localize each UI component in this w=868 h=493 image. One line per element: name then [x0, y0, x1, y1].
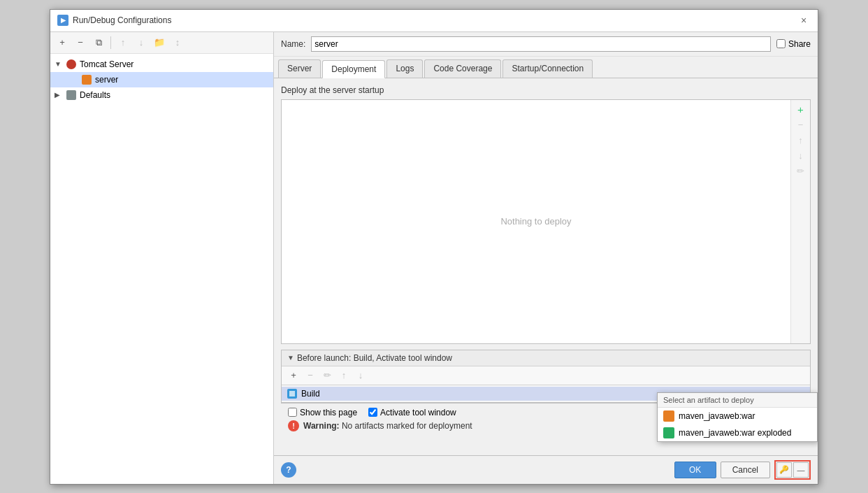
dialog-icon: ▶	[57, 15, 68, 26]
empty-label: Nothing to deploy	[500, 216, 571, 227]
toolbar-separator	[110, 36, 111, 49]
dropdown-item-war[interactable]: maven_javaweb:war	[658, 408, 817, 424]
name-bar: Name: Share	[274, 32, 818, 57]
sidebar-toolbar: + − ⧉ ↑ ↓ 📁 ↕	[50, 32, 273, 54]
name-label: Name:	[281, 39, 305, 49]
sort-button[interactable]: ↕	[170, 35, 185, 50]
run-debug-dialog: ▶ Run/Debug Configurations × + − ⧉ ↑ ↓ 📁…	[50, 9, 818, 485]
deploy-up-button[interactable]: ↑	[794, 134, 808, 148]
remove-config-button[interactable]: −	[73, 35, 88, 50]
before-launch-toolbar: + − ✏ ↑ ↓	[282, 366, 810, 385]
move-up-button[interactable]: ↑	[115, 35, 131, 50]
svg-rect-0	[289, 391, 295, 396]
deploy-list-empty: Nothing to deploy	[282, 100, 790, 343]
tabs-bar: Server Deployment Logs Code Coverage Sta…	[274, 57, 818, 78]
defaults-icon	[66, 90, 77, 101]
deploy-section-label: Deploy at the server startup	[281, 85, 811, 95]
before-launch-label: Before launch: Build, Activate tool wind…	[297, 353, 452, 363]
chevron-down-icon: ▼	[55, 60, 64, 68]
deploy-edit-button[interactable]: ✏	[794, 164, 808, 178]
sidebar: + − ⧉ ↑ ↓ 📁 ↕ ▼ Tomcat Server	[50, 32, 274, 484]
right-panel-wrapper: Name: Share Server Deployment	[274, 32, 818, 484]
sidebar-item-server[interactable]: server	[50, 72, 273, 87]
dialog-body: + − ⧉ ↑ ↓ 📁 ↕ ▼ Tomcat Server	[50, 32, 818, 484]
server-label: server	[95, 75, 118, 85]
share-label: Share	[788, 39, 811, 49]
sidebar-tree: ▼ Tomcat Server server ▶	[50, 54, 273, 484]
before-launch-up-button[interactable]: ↑	[336, 368, 352, 383]
dialog-buttons: ? OK Cancel 🔑 — Select an artifact to de…	[274, 455, 818, 484]
title-bar-left: ▶ Run/Debug Configurations	[57, 15, 171, 26]
tab-deployment[interactable]: Deployment	[322, 60, 385, 78]
show-this-page-label: Show this page	[300, 408, 357, 417]
dropdown-header: Select an artifact to deploy	[658, 393, 817, 408]
folder-button[interactable]: 📁	[152, 35, 167, 50]
key-button[interactable]: 🔑	[776, 462, 792, 478]
server-icon	[81, 74, 92, 85]
tab-server[interactable]: Server	[278, 59, 321, 78]
deploy-list-container: Nothing to deploy + − ↑ ↓ ✏	[281, 99, 811, 344]
dropdown-item-war-exploded[interactable]: maven_javaweb:war exploded	[658, 424, 817, 441]
highlighted-button-area: 🔑 —	[774, 460, 811, 480]
tab-logs[interactable]: Logs	[386, 59, 423, 78]
artifact-war-exploded-icon	[663, 427, 674, 438]
name-input[interactable]	[311, 36, 771, 52]
artifact-war-icon	[663, 410, 674, 422]
dash-button[interactable]: —	[793, 462, 809, 478]
chevron-right-icon: ▶	[55, 91, 64, 99]
build-icon	[287, 389, 297, 399]
tomcat-server-label: Tomcat Server	[80, 59, 133, 69]
before-launch-edit-button[interactable]: ✏	[319, 368, 335, 383]
activate-tool-window-checkbox-item: Activate tool window	[368, 408, 456, 417]
move-down-button[interactable]: ↓	[133, 35, 149, 50]
title-bar: ▶ Run/Debug Configurations ×	[50, 10, 818, 32]
share-area: Share	[776, 39, 811, 49]
tab-code-coverage[interactable]: Code Coverage	[424, 59, 501, 78]
ok-button[interactable]: OK	[674, 462, 716, 478]
before-launch-remove-button[interactable]: −	[303, 368, 318, 383]
copy-config-button[interactable]: ⧉	[91, 35, 106, 50]
tab-startup-connection[interactable]: Startup/Connection	[502, 59, 593, 78]
tomcat-icon	[66, 59, 77, 70]
build-label: Build	[301, 389, 320, 399]
close-button[interactable]: ×	[797, 13, 811, 27]
sidebar-item-defaults[interactable]: ▶ Defaults	[50, 87, 273, 103]
warning-icon: !	[288, 420, 299, 431]
deploy-remove-button[interactable]: −	[794, 118, 808, 132]
share-checkbox[interactable]	[776, 39, 786, 48]
show-this-page-checkbox[interactable]	[288, 408, 297, 417]
cancel-button[interactable]: Cancel	[721, 462, 770, 478]
add-config-button[interactable]: +	[55, 35, 70, 50]
warning-text: Warning: No artifacts marked for deploym…	[303, 421, 472, 431]
before-launch-down-button[interactable]: ↓	[353, 368, 368, 383]
dialog-title: Run/Debug Configurations	[73, 15, 171, 25]
activate-tool-window-checkbox[interactable]	[368, 408, 377, 417]
deploy-add-button[interactable]: +	[794, 103, 808, 117]
deploy-down-button[interactable]: ↓	[794, 149, 808, 163]
show-this-page-checkbox-item: Show this page	[288, 408, 357, 417]
before-launch-header: ▼ Before launch: Build, Activate tool wi…	[282, 350, 810, 366]
before-launch-chevron[interactable]: ▼	[287, 354, 294, 362]
activate-tool-window-label: Activate tool window	[380, 408, 456, 417]
deploy-list-sidebar: + − ↑ ↓ ✏	[790, 100, 810, 343]
artifact-dropdown: Select an artifact to deploy maven_javaw…	[657, 392, 818, 442]
sidebar-item-tomcat-server[interactable]: ▼ Tomcat Server	[50, 57, 273, 72]
before-launch-add-button[interactable]: +	[286, 368, 301, 383]
help-button[interactable]: ?	[281, 462, 296, 478]
defaults-label: Defaults	[80, 90, 110, 100]
